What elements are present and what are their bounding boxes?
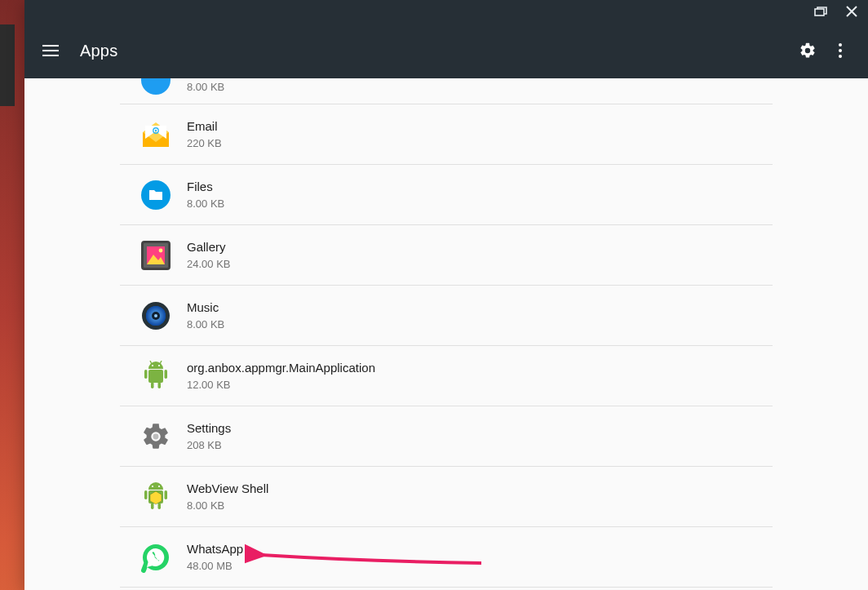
app-list-scroll[interactable]: 8.00 KB Email 220 KB F xyxy=(24,78,868,590)
settings-app-icon xyxy=(140,420,172,453)
app-size: 8.00 KB xyxy=(187,317,224,332)
app-size: 8.00 KB xyxy=(187,499,268,513)
app-size: 12.00 KB xyxy=(187,378,375,393)
music-icon xyxy=(140,299,172,332)
app-size: 48.00 MB xyxy=(187,559,243,574)
svg-point-11 xyxy=(159,248,163,252)
app-row-settings[interactable]: Settings 208 KB xyxy=(120,406,773,467)
app-row-webview[interactable]: WebView Shell 8.00 KB xyxy=(120,467,773,527)
svg-rect-20 xyxy=(151,382,154,388)
app-size: 220 KB xyxy=(187,136,222,151)
menu-icon[interactable] xyxy=(36,36,65,65)
app-list: 8.00 KB Email 220 KB F xyxy=(120,78,773,588)
app-row-partial[interactable]: 8.00 KB xyxy=(120,78,773,104)
svg-rect-21 xyxy=(158,382,162,388)
app-bar: Apps xyxy=(24,23,868,78)
page-title: Apps xyxy=(80,42,117,60)
whatsapp-icon xyxy=(140,541,172,574)
app-name: org.anbox.appmgr.MainApplication xyxy=(187,360,375,376)
svg-rect-18 xyxy=(144,370,148,379)
app-size: 208 KB xyxy=(187,438,231,453)
svg-point-1 xyxy=(839,43,842,47)
window: Apps 8.00 KB E xyxy=(24,0,868,590)
svg-rect-31 xyxy=(158,503,162,509)
svg-line-23 xyxy=(160,361,162,364)
app-row-whatsapp[interactable]: WhatsApp 48.00 MB xyxy=(120,527,773,588)
restore-window-icon[interactable] xyxy=(813,3,829,20)
app-icon-partial xyxy=(140,78,172,95)
app-name: Music xyxy=(187,299,224,316)
svg-rect-19 xyxy=(165,370,168,379)
app-row-music[interactable]: Music 8.00 KB xyxy=(120,286,773,346)
webview-icon xyxy=(140,481,172,513)
svg-point-33 xyxy=(152,485,153,486)
svg-line-22 xyxy=(150,361,152,364)
window-titlebar xyxy=(24,0,868,23)
app-name: Files xyxy=(187,179,224,195)
svg-point-26 xyxy=(153,433,159,439)
svg-point-2 xyxy=(839,49,842,52)
desktop-dock-fragment xyxy=(0,24,15,106)
svg-point-25 xyxy=(158,364,160,366)
app-row-email[interactable]: Email 220 KB xyxy=(120,104,773,165)
app-row-files[interactable]: Files 8.00 KB xyxy=(120,165,773,225)
svg-point-34 xyxy=(158,485,160,486)
svg-rect-0 xyxy=(815,9,824,16)
app-name: WebView Shell xyxy=(187,481,268,497)
svg-rect-30 xyxy=(151,503,154,509)
files-icon xyxy=(140,179,172,211)
close-window-icon[interactable] xyxy=(844,3,860,20)
gear-icon[interactable] xyxy=(791,34,824,67)
svg-rect-28 xyxy=(144,490,148,499)
email-icon xyxy=(140,118,172,151)
more-vert-icon[interactable] xyxy=(824,34,857,67)
app-name: Gallery xyxy=(187,239,231,255)
svg-rect-29 xyxy=(165,490,168,499)
android-icon xyxy=(140,360,172,393)
app-name: Settings xyxy=(187,420,231,437)
app-name: Email xyxy=(187,118,222,135)
app-row-gallery[interactable]: Gallery 24.00 KB xyxy=(120,225,773,286)
svg-point-24 xyxy=(152,364,153,366)
app-size: 8.00 KB xyxy=(187,197,224,211)
app-size: 24.00 KB xyxy=(187,257,231,272)
svg-point-3 xyxy=(839,55,842,58)
svg-rect-17 xyxy=(148,370,163,383)
app-size: 8.00 KB xyxy=(187,80,224,95)
app-name: WhatsApp xyxy=(187,541,243,557)
gallery-icon xyxy=(140,239,172,272)
svg-point-16 xyxy=(154,314,157,317)
app-row-anbox[interactable]: org.anbox.appmgr.MainApplication 12.00 K… xyxy=(120,346,773,406)
svg-point-8 xyxy=(155,129,157,131)
